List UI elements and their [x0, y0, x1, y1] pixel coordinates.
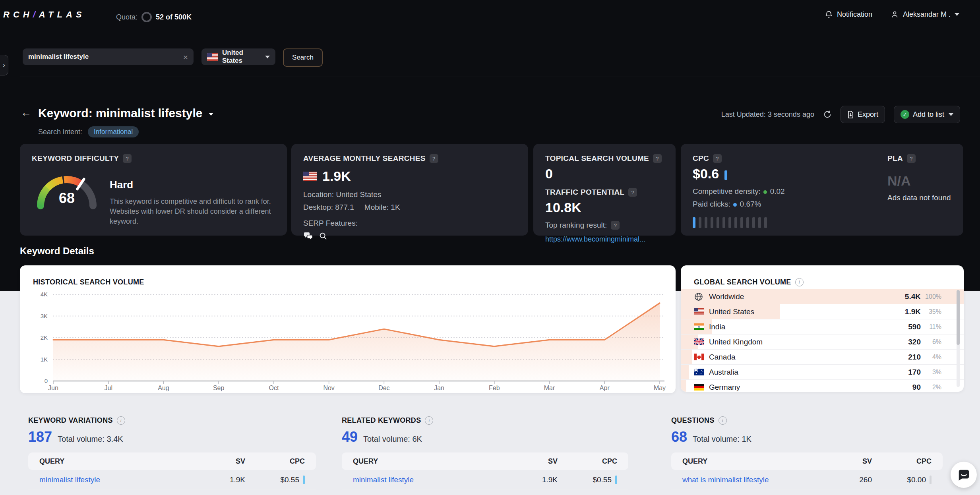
- top-ranking-link[interactable]: https://www.becomingminimal...: [545, 235, 664, 244]
- info-icon[interactable]: i: [117, 416, 125, 425]
- country-name: Worldwide: [709, 292, 889, 301]
- paid-clicks-value: 0.67%: [740, 200, 761, 208]
- traffic-potential-title: TRAFFIC POTENTIAL: [545, 188, 624, 197]
- cpc-histogram-bar: [699, 217, 701, 228]
- cpc-histogram-bar: [705, 217, 707, 228]
- country-volume: 90: [889, 383, 921, 392]
- total-volume: Total volume: 3.4K: [58, 435, 123, 444]
- global-volume-row[interactable]: India59011%: [681, 319, 964, 335]
- search-button[interactable]: Search: [283, 48, 323, 67]
- last-updated-text: Last Updated: 3 seconds ago: [721, 110, 814, 119]
- cpc-indicator-bar: [615, 476, 617, 484]
- country-name: Germany: [709, 383, 889, 392]
- chat-widget-button[interactable]: [951, 462, 977, 488]
- user-menu[interactable]: Aleksandar M .: [891, 10, 959, 19]
- search-button-label: Search: [292, 54, 314, 62]
- keyword-search-input[interactable]: minimalist lifestyle ×: [23, 48, 194, 65]
- keyword-difficulty-title: KEYWORD DIFFICULTY: [32, 154, 119, 163]
- cpc-histogram-bar: [717, 217, 719, 228]
- chat-bubbles-icon[interactable]: [303, 232, 313, 240]
- y-axis-tick: 4K: [41, 291, 48, 298]
- table-row[interactable]: minimalist lifestyle1.9K$0.55: [342, 470, 628, 490]
- app-logo[interactable]: RCH/ATLAS: [3, 10, 85, 20]
- x-axis-tick: Sep: [213, 385, 225, 391]
- country-name: United States: [709, 307, 889, 316]
- global-volume-row[interactable]: United States1.9K35%: [681, 304, 964, 319]
- country-percent: 4%: [921, 354, 941, 361]
- help-icon[interactable]: ?: [123, 154, 132, 163]
- historical-volume-chart[interactable]: 01K2K3K4KJunJulAugSepOctNovDecJanFebMarA…: [26, 288, 670, 393]
- us-flag-icon: [694, 308, 704, 315]
- column-header: CPC: [558, 457, 617, 466]
- country-percent: 2%: [921, 384, 941, 391]
- column-header: QUERY: [682, 457, 820, 466]
- cpc-histogram-bar: [752, 217, 755, 228]
- volume-share-bar: [681, 380, 686, 392]
- country-volume: 5.4K: [889, 292, 921, 301]
- global-volume-row[interactable]: Canada2104%: [681, 350, 964, 365]
- scrollbar-thumb[interactable]: [957, 290, 960, 345]
- query-link[interactable]: what is minimalist lifestyle: [682, 476, 820, 484]
- au-flag-icon: [694, 369, 704, 375]
- notification-button[interactable]: Notification: [825, 10, 872, 19]
- chevron-down-icon: [209, 113, 213, 116]
- table-title: QUESTIONS: [671, 416, 715, 425]
- scrollbar-track[interactable]: [957, 290, 960, 387]
- global-volume-title: GLOBAL SEARCH VOLUME: [694, 278, 791, 286]
- table-row[interactable]: minimalist lifestyle1.9K$0.55: [28, 470, 316, 490]
- info-icon[interactable]: i: [795, 278, 804, 286]
- cpc-histogram-bar: [728, 217, 731, 228]
- country-name: India: [709, 323, 889, 331]
- table-row[interactable]: minimalist lifestyle tips260$2.83: [28, 490, 316, 495]
- cpc-histogram: [693, 217, 951, 228]
- cpc-histogram-bar: [740, 217, 743, 228]
- global-volume-row[interactable]: Germany902%: [681, 380, 964, 392]
- monthly-searches-title: AVERAGE MONTHLY SEARCHES: [303, 154, 426, 163]
- global-volume-row[interactable]: Australia1703%: [681, 365, 964, 380]
- clear-search-icon[interactable]: ×: [183, 53, 188, 61]
- help-icon[interactable]: ?: [611, 221, 620, 230]
- country-volume: 210: [889, 353, 921, 362]
- us-flag-icon: [207, 53, 218, 61]
- difficulty-gauge: 68: [31, 168, 103, 216]
- in-flag-icon: [694, 323, 704, 330]
- blue-dot-icon: [733, 203, 737, 207]
- us-flag-icon: [303, 172, 317, 181]
- keyword-details-heading: Keyword Details: [20, 246, 94, 257]
- help-icon[interactable]: ?: [713, 154, 722, 163]
- table-header: QUERYSVCPC: [28, 452, 316, 470]
- cpc-cell: $0.00: [872, 476, 932, 484]
- back-button[interactable]: ←: [21, 106, 31, 119]
- search-input-value: minimalist lifestyle: [28, 53, 183, 61]
- help-icon[interactable]: ?: [653, 154, 662, 163]
- difficulty-description: This keyword is competitive and difficul…: [110, 197, 296, 226]
- monthly-searches-value: 1.9K: [322, 168, 351, 184]
- column-header: QUERY: [39, 457, 194, 466]
- traffic-potential-value: 10.8K: [545, 200, 664, 215]
- global-volume-row[interactable]: Worldwide5.4K100%: [681, 289, 964, 304]
- country-percent: 6%: [921, 338, 941, 346]
- info-icon[interactable]: i: [425, 416, 433, 425]
- refresh-icon[interactable]: [823, 110, 832, 119]
- table-row[interactable]: minimalist living1.6K$1.03: [342, 490, 628, 495]
- notification-label: Notification: [837, 10, 872, 19]
- competitive-density-value: 0.02: [770, 187, 785, 195]
- global-volume-row[interactable]: United Kingdom3206%: [681, 335, 964, 350]
- table-row[interactable]: what is a minimalist lifestyle260$0.00: [671, 490, 943, 495]
- export-file-icon: [847, 111, 854, 118]
- query-link[interactable]: minimalist lifestyle: [39, 476, 194, 484]
- country-select[interactable]: United States: [201, 48, 275, 65]
- keyword-title-dropdown[interactable]: Keyword: minimalist lifestyle: [38, 106, 213, 120]
- add-to-list-button[interactable]: ✓ Add to list: [894, 106, 960, 123]
- info-icon[interactable]: i: [719, 416, 727, 425]
- help-icon[interactable]: ?: [430, 154, 438, 163]
- help-icon[interactable]: ?: [628, 188, 637, 197]
- quota-value: 52 of 500K: [156, 13, 192, 21]
- sidebar-expand-button[interactable]: ›: [0, 55, 8, 75]
- chevron-down-icon: [265, 56, 270, 58]
- export-button[interactable]: Export: [841, 106, 885, 123]
- table-row[interactable]: what is minimalist lifestyle260$0.00: [671, 470, 943, 490]
- query-link[interactable]: minimalist lifestyle: [353, 476, 506, 484]
- help-icon[interactable]: ?: [907, 154, 916, 163]
- search-feature-icon[interactable]: [319, 232, 327, 240]
